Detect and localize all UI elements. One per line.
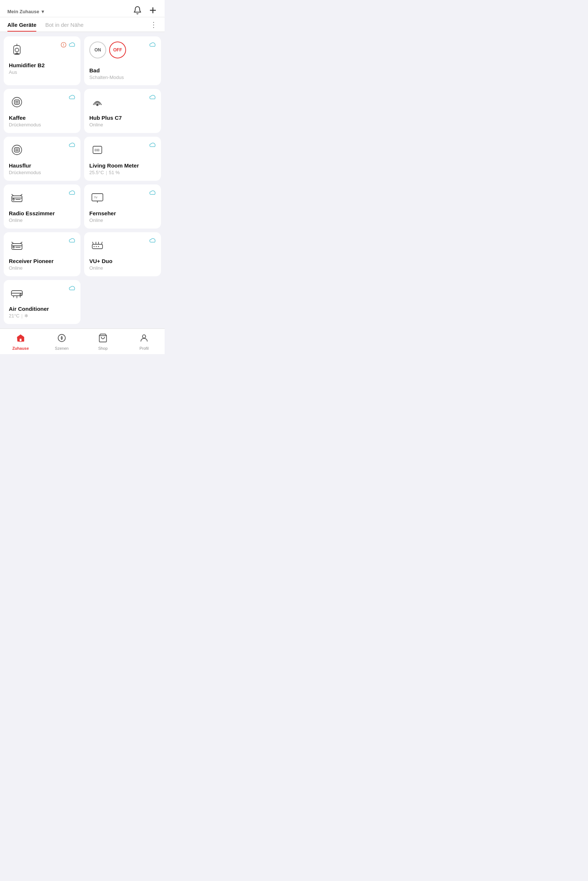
chevron-down-icon[interactable]: ▾ [42, 9, 44, 14]
svg-point-53 [58, 334, 65, 342]
device-status-fernseher: Online [89, 217, 156, 223]
device-status-air-conditioner: 21°C | ❄ [9, 313, 75, 319]
svg-text:TV: TV [94, 196, 98, 199]
button-switch-icon-2 [9, 142, 25, 158]
svg-point-14 [97, 104, 99, 106]
nav-item-zuhause[interactable]: Zuhause [0, 332, 41, 352]
tab-alle-geraete[interactable]: Alle Geräte [8, 17, 36, 31]
device-status-vu-duo: Online [89, 265, 156, 271]
bottom-navigation: Zuhause Szenen Shop Profil [0, 328, 165, 354]
device-name-radio-esszimmer: Radio Esszimmer [9, 210, 75, 216]
device-name-vu-duo: VU+ Duo [89, 258, 156, 264]
device-status-kaffee: Drückenmodus [9, 122, 75, 127]
cloud-icon [69, 285, 75, 292]
svg-point-15 [12, 145, 22, 155]
device-name-fernseher: Fernseher [89, 210, 156, 216]
home-icon [16, 333, 26, 345]
bell-icon[interactable] [133, 6, 142, 17]
humidifier-icon [9, 42, 25, 58]
device-name-living-room-meter: Living Room Meter [89, 162, 156, 169]
header-actions [133, 6, 157, 17]
plus-icon[interactable] [148, 6, 157, 17]
tv-icon: TV [89, 190, 105, 206]
cloud-icon [149, 190, 156, 197]
device-name-humidifier-b2: Humidifier B2 [9, 62, 75, 68]
device-status-receiver-pioneer: Online [9, 265, 75, 271]
device-status-humidifier-b2: Aus [9, 69, 75, 75]
profile-icon [139, 333, 149, 345]
device-card-fernseher[interactable]: TV Fernseher Online [84, 184, 161, 229]
svg-rect-52 [20, 339, 22, 342]
device-status-hausflur: Drückenmodus [9, 170, 75, 175]
svg-rect-16 [14, 148, 20, 152]
nav-item-shop[interactable]: Shop [82, 332, 123, 352]
nav-label-szenen: Szenen [55, 346, 68, 351]
svg-text:0: 0 [98, 149, 100, 152]
ac-icon [9, 285, 25, 301]
device-card-hausflur[interactable]: Hausflur Drückenmodus [4, 137, 81, 181]
alert-icon [61, 42, 66, 49]
device-name-receiver-pioneer: Receiver Pioneer [9, 258, 75, 264]
device-card-bad[interactable]: ON OFF Bad Schalten-Modus [84, 36, 161, 85]
more-options-icon[interactable]: ⋮ [150, 20, 157, 29]
nav-label-zuhause: Zuhause [12, 346, 28, 351]
shop-icon [98, 333, 108, 345]
nav-label-profil: Profil [139, 346, 148, 351]
svg-rect-28 [92, 193, 103, 201]
button-switch-icon [9, 94, 25, 110]
home-title-text: Mein Zuhause [8, 9, 39, 14]
device-card-hub-plus-c7[interactable]: Hub Plus C7 Online [84, 89, 161, 133]
cloud-icon [69, 142, 75, 149]
nav-item-profil[interactable]: Profil [123, 332, 165, 352]
svg-line-42 [93, 242, 93, 244]
nav-item-szenen[interactable]: Szenen [41, 332, 82, 352]
device-status-bad: Schalten-Modus [89, 75, 156, 80]
receiver-icon [9, 237, 25, 253]
nav-label-shop: Shop [98, 346, 108, 351]
cloud-icon [69, 42, 75, 49]
empty-grid-cell [84, 280, 161, 324]
svg-point-10 [12, 97, 22, 107]
scenes-icon [57, 333, 66, 345]
router-icon [89, 237, 105, 253]
device-status-living-room-meter: 25.5°C | 51 % [89, 170, 156, 175]
device-name-bad: Bad [89, 67, 156, 73]
svg-point-48 [20, 294, 21, 295]
device-status-radio-esszimmer: Online [9, 217, 75, 223]
tab-bot-in-der-naehe[interactable]: Bot in der Nähe [45, 17, 83, 31]
header-title[interactable]: Mein Zuhause ▾ [8, 9, 44, 14]
snowflake-icon: ❄ [24, 313, 28, 319]
cloud-icon [69, 237, 75, 245]
device-card-air-conditioner[interactable]: Air Conditioner 21°C | ❄ [4, 280, 81, 324]
device-card-humidifier-b2[interactable]: Humidifier B2 Aus [4, 36, 81, 85]
cloud-icon [149, 237, 156, 245]
meter-icon: 00 0 [89, 142, 105, 158]
device-name-air-conditioner: Air Conditioner [9, 306, 75, 312]
off-button[interactable]: OFF [109, 42, 126, 58]
device-grid: Humidifier B2 Aus ON OFF Bad Schalten-Mo… [0, 32, 165, 328]
on-button[interactable]: ON [89, 42, 106, 58]
cloud-icon [69, 190, 75, 197]
cloud-icon [149, 42, 156, 49]
on-off-toggle: ON OFF [89, 42, 126, 58]
device-card-receiver-pioneer[interactable]: Receiver Pioneer Online [4, 232, 81, 276]
cloud-icon [149, 94, 156, 101]
cloud-icon [69, 94, 75, 101]
header: Mein Zuhause ▾ [0, 0, 165, 17]
tabs-bar: Alle Geräte Bot in der Nähe ⋮ [0, 17, 165, 32]
device-card-radio-esszimmer[interactable]: Radio Esszimmer Online [4, 184, 81, 229]
device-status-hub-plus-c7: Online [89, 122, 156, 127]
svg-point-34 [13, 247, 14, 248]
radio-icon [9, 190, 25, 206]
device-name-hausflur: Hausflur [9, 162, 75, 169]
hub-icon [89, 94, 105, 110]
svg-point-24 [13, 199, 14, 200]
alert-cloud-row [61, 42, 75, 49]
device-name-kaffee: Kaffee [9, 115, 75, 121]
device-card-kaffee[interactable]: Kaffee Drückenmodus [4, 89, 81, 133]
device-card-living-room-meter[interactable]: 00 0 Living Room Meter 25.5°C | 51 % [84, 137, 161, 181]
cloud-icon [149, 142, 156, 149]
svg-point-4 [15, 48, 19, 52]
device-card-vu-duo[interactable]: VU+ Duo Online [84, 232, 161, 276]
svg-point-55 [142, 335, 146, 338]
